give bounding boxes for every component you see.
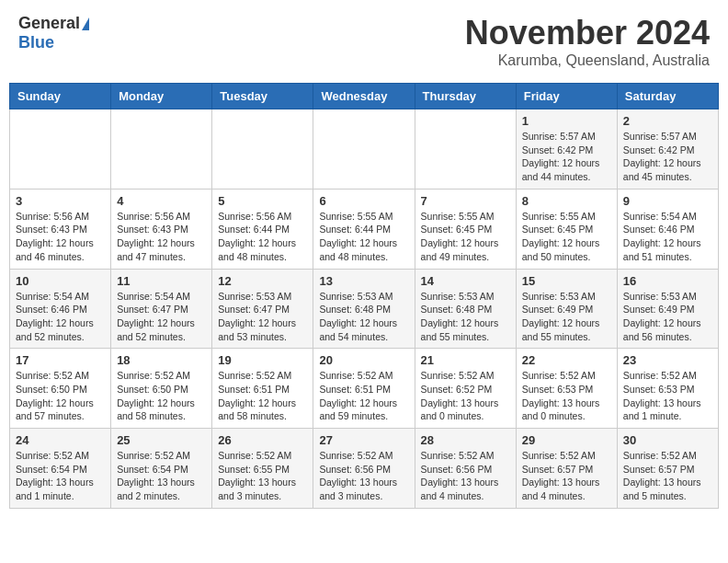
day-info: Sunrise: 5:52 AM Sunset: 6:56 PM Dayligh… [421, 449, 510, 503]
calendar-cell: 8Sunrise: 5:55 AM Sunset: 6:45 PM Daylig… [516, 189, 617, 269]
calendar-cell: 9Sunrise: 5:54 AM Sunset: 6:46 PM Daylig… [617, 189, 718, 269]
day-number: 9 [623, 194, 712, 208]
day-number: 26 [218, 433, 307, 447]
day-info: Sunrise: 5:52 AM Sunset: 6:53 PM Dayligh… [623, 369, 712, 423]
calendar-cell: 2Sunrise: 5:57 AM Sunset: 6:42 PM Daylig… [617, 109, 718, 190]
calendar-cell: 11Sunrise: 5:54 AM Sunset: 6:47 PM Dayli… [111, 269, 212, 349]
day-number: 5 [218, 194, 307, 208]
day-info: Sunrise: 5:54 AM Sunset: 6:46 PM Dayligh… [16, 290, 105, 344]
col-header-thursday: Thursday [415, 84, 516, 109]
day-info: Sunrise: 5:55 AM Sunset: 6:44 PM Dayligh… [319, 210, 408, 264]
calendar-cell: 16Sunrise: 5:53 AM Sunset: 6:49 PM Dayli… [617, 269, 718, 349]
day-number: 28 [421, 433, 510, 447]
day-info: Sunrise: 5:55 AM Sunset: 6:45 PM Dayligh… [522, 210, 611, 264]
day-number: 2 [623, 114, 712, 128]
calendar-cell: 12Sunrise: 5:53 AM Sunset: 6:47 PM Dayli… [212, 269, 313, 349]
col-header-saturday: Saturday [617, 84, 718, 109]
calendar-cell: 29Sunrise: 5:52 AM Sunset: 6:57 PM Dayli… [516, 429, 617, 509]
calendar-week-row: 10Sunrise: 5:54 AM Sunset: 6:46 PM Dayli… [10, 269, 719, 349]
col-header-sunday: Sunday [10, 84, 111, 109]
day-number: 7 [421, 194, 510, 208]
day-number: 29 [522, 433, 611, 447]
calendar-cell [415, 109, 516, 190]
day-info: Sunrise: 5:52 AM Sunset: 6:50 PM Dayligh… [16, 369, 105, 423]
day-number: 6 [319, 194, 408, 208]
day-info: Sunrise: 5:54 AM Sunset: 6:47 PM Dayligh… [117, 290, 206, 344]
day-info: Sunrise: 5:56 AM Sunset: 6:44 PM Dayligh… [218, 210, 307, 264]
calendar-cell: 28Sunrise: 5:52 AM Sunset: 6:56 PM Dayli… [415, 429, 516, 509]
month-title: November 2024 [465, 14, 710, 52]
day-info: Sunrise: 5:52 AM Sunset: 6:55 PM Dayligh… [218, 449, 307, 503]
day-number: 23 [623, 353, 712, 367]
day-number: 27 [319, 433, 408, 447]
location-subtitle: Karumba, Queensland, Australia [465, 52, 710, 69]
calendar-cell: 27Sunrise: 5:52 AM Sunset: 6:56 PM Dayli… [313, 429, 415, 509]
day-number: 8 [522, 194, 611, 208]
day-number: 11 [117, 274, 206, 288]
calendar-cell: 18Sunrise: 5:52 AM Sunset: 6:50 PM Dayli… [111, 349, 212, 429]
calendar-cell: 26Sunrise: 5:52 AM Sunset: 6:55 PM Dayli… [212, 429, 313, 509]
day-info: Sunrise: 5:52 AM Sunset: 6:54 PM Dayligh… [16, 449, 105, 503]
day-number: 12 [218, 274, 307, 288]
calendar-cell: 25Sunrise: 5:52 AM Sunset: 6:54 PM Dayli… [111, 429, 212, 509]
day-number: 25 [117, 433, 206, 447]
day-number: 15 [522, 274, 611, 288]
calendar-cell [313, 109, 415, 190]
calendar-week-row: 24Sunrise: 5:52 AM Sunset: 6:54 PM Dayli… [10, 429, 719, 509]
day-info: Sunrise: 5:52 AM Sunset: 6:50 PM Dayligh… [117, 369, 206, 423]
day-number: 16 [623, 274, 712, 288]
calendar-cell [111, 109, 212, 190]
calendar-cell: 6Sunrise: 5:55 AM Sunset: 6:44 PM Daylig… [313, 189, 415, 269]
col-header-tuesday: Tuesday [212, 84, 313, 109]
calendar-cell [212, 109, 313, 190]
day-info: Sunrise: 5:53 AM Sunset: 6:49 PM Dayligh… [522, 290, 611, 344]
day-number: 1 [522, 114, 611, 128]
day-info: Sunrise: 5:53 AM Sunset: 6:48 PM Dayligh… [421, 290, 510, 344]
calendar-cell: 1Sunrise: 5:57 AM Sunset: 6:42 PM Daylig… [516, 109, 617, 190]
day-number: 3 [16, 194, 105, 208]
day-info: Sunrise: 5:57 AM Sunset: 6:42 PM Dayligh… [623, 130, 712, 184]
calendar-cell: 22Sunrise: 5:52 AM Sunset: 6:53 PM Dayli… [516, 349, 617, 429]
day-number: 10 [16, 274, 105, 288]
day-info: Sunrise: 5:52 AM Sunset: 6:54 PM Dayligh… [117, 449, 206, 503]
calendar-cell: 17Sunrise: 5:52 AM Sunset: 6:50 PM Dayli… [10, 349, 111, 429]
day-info: Sunrise: 5:53 AM Sunset: 6:48 PM Dayligh… [319, 290, 408, 344]
calendar-cell: 24Sunrise: 5:52 AM Sunset: 6:54 PM Dayli… [10, 429, 111, 509]
day-number: 18 [117, 353, 206, 367]
day-number: 14 [421, 274, 510, 288]
calendar-week-row: 3Sunrise: 5:56 AM Sunset: 6:43 PM Daylig… [10, 189, 719, 269]
day-info: Sunrise: 5:52 AM Sunset: 6:56 PM Dayligh… [319, 449, 408, 503]
logo: General Blue [18, 14, 89, 52]
calendar-cell: 10Sunrise: 5:54 AM Sunset: 6:46 PM Dayli… [10, 269, 111, 349]
day-number: 17 [16, 353, 105, 367]
day-info: Sunrise: 5:52 AM Sunset: 6:52 PM Dayligh… [421, 369, 510, 423]
day-info: Sunrise: 5:53 AM Sunset: 6:47 PM Dayligh… [218, 290, 307, 344]
calendar-table: SundayMondayTuesdayWednesdayThursdayFrid… [9, 83, 719, 509]
day-info: Sunrise: 5:57 AM Sunset: 6:42 PM Dayligh… [522, 130, 611, 184]
calendar-cell: 20Sunrise: 5:52 AM Sunset: 6:51 PM Dayli… [313, 349, 415, 429]
logo-triangle-icon [82, 17, 89, 30]
col-header-wednesday: Wednesday [313, 84, 415, 109]
calendar-week-row: 17Sunrise: 5:52 AM Sunset: 6:50 PM Dayli… [10, 349, 719, 429]
calendar-cell: 19Sunrise: 5:52 AM Sunset: 6:51 PM Dayli… [212, 349, 313, 429]
header: General Blue November 2024 Karumba, Quee… [9, 9, 719, 74]
col-header-friday: Friday [516, 84, 617, 109]
day-info: Sunrise: 5:52 AM Sunset: 6:57 PM Dayligh… [522, 449, 611, 503]
calendar-cell: 14Sunrise: 5:53 AM Sunset: 6:48 PM Dayli… [415, 269, 516, 349]
day-number: 24 [16, 433, 105, 447]
day-number: 20 [319, 353, 408, 367]
day-info: Sunrise: 5:53 AM Sunset: 6:49 PM Dayligh… [623, 290, 712, 344]
calendar-cell: 3Sunrise: 5:56 AM Sunset: 6:43 PM Daylig… [10, 189, 111, 269]
logo-blue-text: Blue [18, 33, 54, 52]
calendar-cell: 5Sunrise: 5:56 AM Sunset: 6:44 PM Daylig… [212, 189, 313, 269]
calendar-header-row: SundayMondayTuesdayWednesdayThursdayFrid… [10, 84, 719, 109]
day-info: Sunrise: 5:56 AM Sunset: 6:43 PM Dayligh… [16, 210, 105, 264]
day-info: Sunrise: 5:56 AM Sunset: 6:43 PM Dayligh… [117, 210, 206, 264]
day-info: Sunrise: 5:52 AM Sunset: 6:57 PM Dayligh… [623, 449, 712, 503]
day-number: 22 [522, 353, 611, 367]
day-info: Sunrise: 5:52 AM Sunset: 6:53 PM Dayligh… [522, 369, 611, 423]
calendar-cell: 23Sunrise: 5:52 AM Sunset: 6:53 PM Dayli… [617, 349, 718, 429]
day-number: 4 [117, 194, 206, 208]
calendar-cell [10, 109, 111, 190]
day-number: 19 [218, 353, 307, 367]
